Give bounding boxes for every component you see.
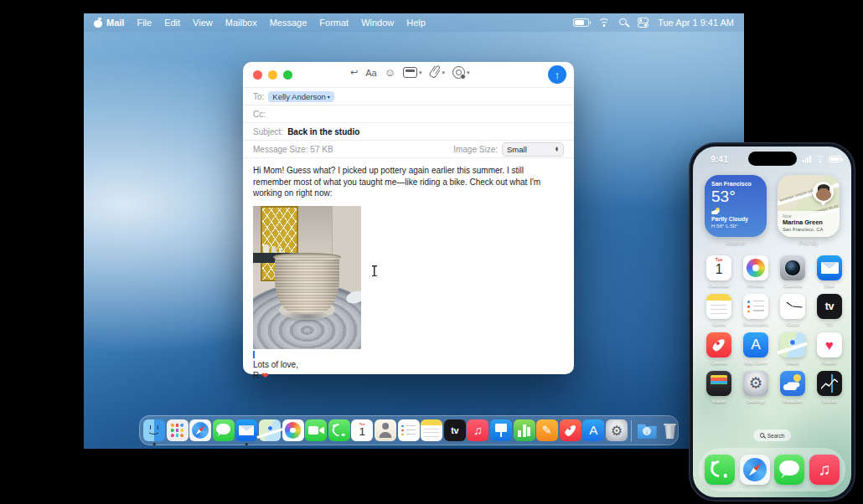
iphone-app-notes[interactable]: Notes <box>700 294 737 327</box>
iphone-app-icon-settings[interactable]: ⚙ <box>743 371 768 396</box>
photo-browser-button[interactable]: ▾ <box>403 67 422 78</box>
select-arrows-icon: ▲▼ <box>555 147 559 152</box>
search-icon[interactable] <box>619 18 628 28</box>
apple-menu-icon[interactable] <box>94 18 103 28</box>
dock-icon-notes[interactable] <box>421 419 442 441</box>
iphone-app-icon-stocks[interactable] <box>817 371 842 396</box>
iphone-app-tv[interactable]: tvTV <box>811 294 848 327</box>
iphone-app-health[interactable]: ♥Health <box>811 332 848 365</box>
dock-divider <box>631 420 632 441</box>
dock-icon-music[interactable]: ♫ <box>467 419 488 441</box>
dock-icon-tv[interactable]: tv <box>444 419 466 441</box>
menu-item-mail[interactable]: Mail <box>106 18 124 28</box>
iphone-dock-icon-safari[interactable] <box>740 455 770 485</box>
dock-icon-phone[interactable] <box>328 419 350 441</box>
to-label: To: <box>253 92 264 101</box>
iphone-app-camera[interactable]: Camera <box>774 255 811 288</box>
insert-from-iphone-button[interactable]: ▾ <box>452 66 470 79</box>
zoom-button[interactable] <box>283 70 292 80</box>
iphone-app-icon-tv[interactable]: tv <box>817 294 842 319</box>
iphone-app-maps[interactable]: Maps <box>774 332 811 365</box>
iphone-app-icon-photos[interactable] <box>743 255 768 280</box>
iphone-app-icon-weather[interactable] <box>780 371 805 396</box>
iphone-app-icon-health[interactable]: ♥ <box>817 332 842 357</box>
iphone-app-icon-wallet[interactable] <box>706 371 731 396</box>
iphone-app-reminders[interactable]: Reminders <box>737 294 774 327</box>
menu-item-window[interactable]: Window <box>361 18 394 28</box>
weather-widget[interactable]: San Francisco 53° Partly Cloudy H:56° L:… <box>704 175 767 245</box>
send-button[interactable]: ↑ <box>548 65 566 84</box>
heart-emoji: ❤ <box>261 371 268 380</box>
iphone-dock-icon-phone[interactable] <box>705 455 735 485</box>
iphone-app-icon-notes[interactable] <box>706 294 731 319</box>
battery-icon[interactable] <box>573 18 589 27</box>
menu-item-edit[interactable]: Edit <box>164 18 180 28</box>
iphone-app-appstore[interactable]: AApp Store <box>737 332 774 365</box>
iphone-app-icon-calendar[interactable]: Tue1 <box>706 255 731 280</box>
emoji-button[interactable]: ☺ <box>385 66 395 79</box>
menu-item-mailbox[interactable]: Mailbox <box>225 18 257 28</box>
menu-clock[interactable]: Tue Apr 1 9:41 AM <box>658 18 734 28</box>
dock-icon-reminders[interactable] <box>398 419 420 441</box>
dock-icon-safari[interactable] <box>189 419 211 441</box>
iphone-app-icon-reminders[interactable] <box>743 294 768 319</box>
spotlight-search[interactable]: Search <box>753 429 792 441</box>
iphone-app-wallet[interactable]: Wallet <box>700 371 737 404</box>
menu-item-file[interactable]: File <box>137 18 152 28</box>
dock-icon-maps[interactable] <box>259 419 281 441</box>
dock-icon-mail[interactable] <box>235 419 257 441</box>
attach-button[interactable]: ▾ <box>429 67 445 78</box>
dock-icon-games[interactable] <box>560 419 581 441</box>
iphone-app-settings[interactable]: ⚙Settings <box>737 371 774 404</box>
subject-field[interactable]: Subject: Back in the studio <box>243 122 574 140</box>
dock-icon-trash[interactable] <box>659 419 681 441</box>
dock-icon-downloads[interactable] <box>636 419 658 441</box>
format-button[interactable]: Aa <box>365 68 376 78</box>
iphone-app-photos[interactable]: Photos <box>737 255 774 288</box>
menu-item-message[interactable]: Message <box>270 18 307 28</box>
control-center-icon[interactable] <box>638 18 649 28</box>
dock-icon-appstore[interactable]: A <box>582 419 604 441</box>
menu-item-help[interactable]: Help <box>406 18 426 28</box>
iphone-app-clock[interactable]: Clock <box>774 294 811 327</box>
iphone-app-weather[interactable]: Weather <box>774 371 811 404</box>
dock-icon-finder[interactable] <box>143 419 165 441</box>
iphone-dock-icon-music[interactable]: ♫ <box>809 455 840 485</box>
format-icon: Aa <box>365 68 376 78</box>
menu-item-view[interactable]: View <box>193 18 213 28</box>
findmy-widget[interactable]: MARINA GREEN DR MARINA BLVD Now Marina G… <box>777 175 840 245</box>
dock-icon-launchpad[interactable] <box>167 419 189 441</box>
recipient-token[interactable]: Kelly Anderson ▾ <box>268 91 333 102</box>
close-button[interactable] <box>253 70 262 80</box>
iphone-app-icon-appstore[interactable]: A <box>743 332 768 357</box>
minimize-button[interactable] <box>268 70 277 80</box>
weather-temp: 53° <box>711 188 760 206</box>
iphone-dock-icon-messages[interactable] <box>774 455 804 485</box>
dock-icon-settings[interactable]: ⚙ <box>606 419 628 441</box>
dock-icon-keynote[interactable] <box>490 419 512 441</box>
menu-item-format[interactable]: Format <box>319 18 349 28</box>
iphone-app-icon-camera[interactable] <box>780 255 805 280</box>
dock-icon-photos[interactable] <box>282 419 304 441</box>
dock-icon-messages[interactable] <box>213 419 235 441</box>
to-field[interactable]: To: Kelly Anderson ▾ <box>243 87 574 105</box>
undo-button[interactable]: ↩ <box>350 67 358 78</box>
dock-icon-contacts[interactable] <box>375 419 396 441</box>
dock-icon-numbers[interactable] <box>514 419 535 441</box>
iphone-app-icon-maps[interactable] <box>780 332 805 357</box>
wifi-icon[interactable] <box>598 18 610 27</box>
dock-icon-calendar[interactable]: Tue1 <box>351 419 373 441</box>
iphone-app-games[interactable]: Games <box>700 332 737 365</box>
image-size-select[interactable]: Small ▲▼ <box>502 142 564 157</box>
dock-icon-facetime[interactable] <box>305 419 327 441</box>
iphone-app-mail[interactable]: Mail <box>811 255 848 288</box>
iphone-app-icon-mail[interactable] <box>817 255 842 280</box>
iphone-app-stocks[interactable]: Stocks <box>811 371 848 404</box>
iphone-app-icon-games[interactable] <box>706 332 731 357</box>
message-body[interactable]: Hi Mom! Guess what? I picked up pottery … <box>243 157 574 382</box>
dock-icon-pages[interactable]: ✎ <box>536 419 558 441</box>
pottery-photo[interactable] <box>253 206 361 349</box>
cc-field[interactable]: Cc: <box>243 105 574 122</box>
iphone-app-calendar[interactable]: Tue1Calendar <box>700 255 737 288</box>
iphone-app-icon-clock[interactable] <box>780 294 805 319</box>
